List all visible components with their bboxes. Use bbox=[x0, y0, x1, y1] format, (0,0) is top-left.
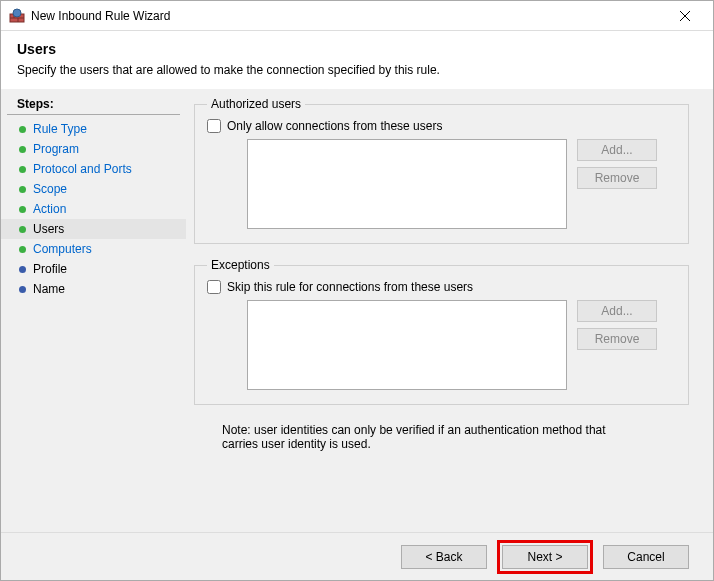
firewall-icon bbox=[9, 8, 25, 24]
bullet-icon bbox=[19, 286, 26, 293]
exceptions-remove-button[interactable]: Remove bbox=[577, 328, 657, 350]
wizard-header: Users Specify the users that are allowed… bbox=[1, 31, 713, 89]
step-label: Action bbox=[33, 202, 66, 216]
next-button[interactable]: Next > bbox=[502, 545, 588, 569]
cancel-button[interactable]: Cancel bbox=[603, 545, 689, 569]
step-scope[interactable]: Scope bbox=[1, 179, 186, 199]
note-text: Note: user identities can only be verifi… bbox=[194, 419, 624, 451]
wizard-content: Authorized users Only allow connections … bbox=[186, 89, 713, 532]
step-protocol-ports[interactable]: Protocol and Ports bbox=[1, 159, 186, 179]
step-label: Scope bbox=[33, 182, 67, 196]
exceptions-group: Exceptions Skip this rule for connection… bbox=[194, 258, 689, 405]
step-name[interactable]: Name bbox=[1, 279, 186, 299]
bullet-icon bbox=[19, 126, 26, 133]
step-computers[interactable]: Computers bbox=[1, 239, 186, 259]
steps-heading: Steps: bbox=[7, 95, 180, 115]
skip-rule-checkbox[interactable] bbox=[207, 280, 221, 294]
bullet-icon bbox=[19, 226, 26, 233]
step-label: Name bbox=[33, 282, 65, 296]
step-users[interactable]: Users bbox=[1, 219, 186, 239]
bullet-icon bbox=[19, 166, 26, 173]
exceptions-add-button[interactable]: Add... bbox=[577, 300, 657, 322]
step-label: Computers bbox=[33, 242, 92, 256]
svg-point-4 bbox=[13, 9, 21, 17]
window-title: New Inbound Rule Wizard bbox=[31, 9, 665, 23]
step-profile[interactable]: Profile bbox=[1, 259, 186, 279]
back-button[interactable]: < Back bbox=[401, 545, 487, 569]
authorized-add-button[interactable]: Add... bbox=[577, 139, 657, 161]
titlebar: New Inbound Rule Wizard bbox=[1, 1, 713, 31]
checkbox-label: Only allow connections from these users bbox=[227, 119, 442, 133]
step-label: Profile bbox=[33, 262, 67, 276]
bullet-icon bbox=[19, 266, 26, 273]
step-label: Rule Type bbox=[33, 122, 87, 136]
checkbox-label: Skip this rule for connections from thes… bbox=[227, 280, 473, 294]
next-button-highlight: Next > bbox=[497, 540, 593, 574]
group-legend: Authorized users bbox=[207, 97, 305, 111]
step-label: Protocol and Ports bbox=[33, 162, 132, 176]
only-allow-checkbox[interactable] bbox=[207, 119, 221, 133]
bullet-icon bbox=[19, 206, 26, 213]
group-legend: Exceptions bbox=[207, 258, 274, 272]
step-label: Users bbox=[33, 222, 64, 236]
wizard-footer: < Back Next > Cancel bbox=[1, 532, 713, 580]
bullet-icon bbox=[19, 186, 26, 193]
step-rule-type[interactable]: Rule Type bbox=[1, 119, 186, 139]
step-label: Program bbox=[33, 142, 79, 156]
page-subtitle: Specify the users that are allowed to ma… bbox=[17, 63, 697, 77]
close-button[interactable] bbox=[665, 2, 705, 30]
bullet-icon bbox=[19, 146, 26, 153]
authorized-remove-button[interactable]: Remove bbox=[577, 167, 657, 189]
page-title: Users bbox=[17, 41, 697, 57]
authorized-users-list[interactable] bbox=[247, 139, 567, 229]
bullet-icon bbox=[19, 246, 26, 253]
step-program[interactable]: Program bbox=[1, 139, 186, 159]
authorized-users-group: Authorized users Only allow connections … bbox=[194, 97, 689, 244]
exceptions-users-list[interactable] bbox=[247, 300, 567, 390]
step-action[interactable]: Action bbox=[1, 199, 186, 219]
steps-sidebar: Steps: Rule Type Program Protocol and Po… bbox=[1, 89, 186, 532]
